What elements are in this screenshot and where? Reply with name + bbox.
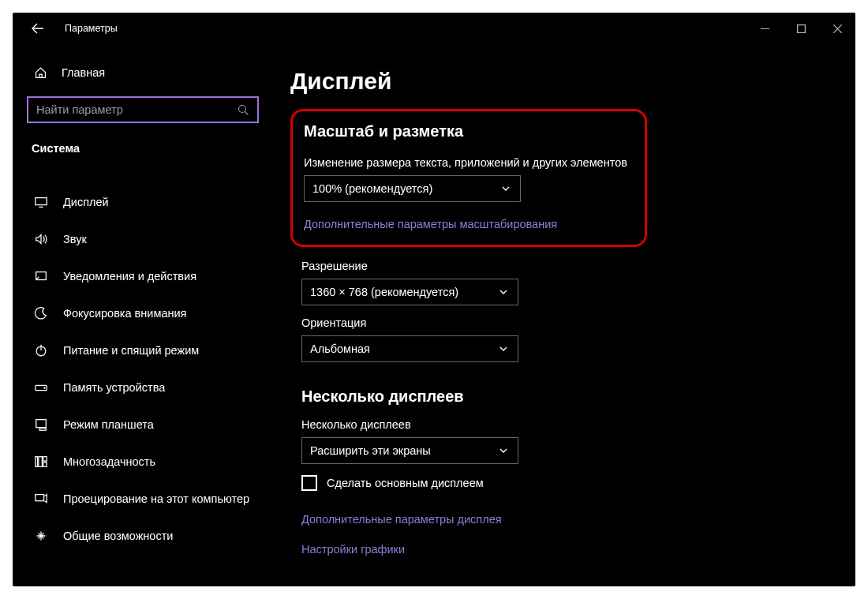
- multitask-icon: [33, 455, 49, 469]
- projection-icon: [33, 492, 49, 506]
- sidebar-item-shared[interactable]: Общие возможности: [27, 517, 259, 554]
- sidebar-item-label: Режим планшета: [63, 418, 154, 431]
- page-title: Дисплей: [290, 68, 832, 95]
- sidebar-item-storage[interactable]: Память устройства: [27, 369, 259, 406]
- sidebar-item-label: Память устройства: [63, 381, 165, 394]
- sidebar-item-label: Многозадачность: [63, 455, 155, 468]
- sidebar-item-sound[interactable]: Звук: [27, 220, 259, 257]
- svg-rect-8: [36, 197, 47, 204]
- sidebar: Главная Система Дисплей Звук: [13, 55, 273, 554]
- sidebar-item-notifications[interactable]: Уведомления и действия: [27, 257, 259, 294]
- multi-heading: Несколько дисплеев: [301, 387, 832, 406]
- chevron-down-icon: [501, 184, 512, 193]
- scale-heading: Масштаб и разметка: [304, 122, 632, 140]
- storage-icon: [33, 380, 49, 395]
- sidebar-item-label: Проецирование на этот компьютер: [63, 492, 249, 505]
- svg-rect-16: [39, 428, 46, 430]
- sidebar-item-focus[interactable]: Фокусировка внимания: [27, 294, 259, 331]
- sidebar-item-label: Общие возможности: [63, 530, 173, 542]
- checkbox-icon[interactable]: [301, 475, 317, 491]
- close-button[interactable]: [819, 13, 855, 44]
- resolution-label: Разрешение: [301, 260, 832, 272]
- sidebar-item-label: Уведомления и действия: [63, 270, 196, 283]
- resolution-block: Разрешение 1360 × 768 (рекомендуется) Ор…: [301, 260, 832, 556]
- svg-point-6: [239, 105, 246, 112]
- svg-rect-21: [36, 494, 44, 500]
- resolution-value: 1360 × 768 (рекомендуется): [310, 286, 458, 298]
- maximize-button[interactable]: [783, 13, 819, 44]
- chevron-down-icon: [499, 344, 510, 354]
- minimize-button[interactable]: [746, 13, 783, 44]
- main-content: Дисплей Масштаб и разметка Изменение раз…: [290, 68, 832, 556]
- shared-icon: [33, 529, 49, 543]
- multi-display-combobox[interactable]: Расширить эти экраны: [301, 437, 518, 464]
- svg-rect-18: [39, 456, 43, 466]
- tablet-icon: [33, 417, 49, 432]
- highlight-annotation: Масштаб и разметка Изменение размера тек…: [290, 109, 647, 247]
- search-box[interactable]: [27, 96, 259, 123]
- titlebar: Параметры: [13, 13, 855, 44]
- search-input[interactable]: [36, 103, 226, 116]
- graphics-settings-link[interactable]: Настройки графики: [301, 543, 832, 556]
- back-button[interactable]: [27, 17, 49, 39]
- scale-value: 100% (рекомендуется): [312, 182, 432, 195]
- svg-rect-5: [39, 74, 41, 77]
- notifications-icon: [33, 269, 49, 283]
- advanced-display-link[interactable]: Дополнительные параметры дисплея: [301, 513, 832, 526]
- multi-value: Расширить эти экраны: [310, 444, 431, 457]
- sidebar-item-power[interactable]: Питание и спящий режим: [27, 331, 259, 369]
- sidebar-item-display[interactable]: Дисплей: [27, 183, 259, 220]
- chevron-down-icon: [499, 287, 510, 297]
- power-icon: [33, 343, 49, 358]
- primary-display-checkbox-row[interactable]: Сделать основным дисплеем: [301, 475, 832, 491]
- sidebar-section-label: Система: [27, 142, 259, 155]
- svg-line-7: [245, 111, 249, 114]
- sidebar-item-label: Дисплей: [63, 196, 109, 208]
- sidebar-item-projection[interactable]: Проецирование на этот компьютер: [27, 480, 259, 517]
- chevron-down-icon: [499, 446, 510, 455]
- sidebar-item-label: Звук: [63, 233, 87, 245]
- home-nav[interactable]: Главная: [27, 55, 259, 90]
- search-icon: [238, 104, 249, 116]
- settings-window: Параметры Главная Система Дисплей: [13, 13, 855, 586]
- scale-combobox[interactable]: 100% (рекомендуется): [304, 175, 521, 202]
- window-title: Параметры: [65, 23, 118, 34]
- svg-rect-17: [36, 456, 38, 466]
- advanced-scale-link[interactable]: Дополнительные параметры масштабирования: [304, 218, 632, 230]
- checkbox-label: Сделать основным дисплеем: [327, 477, 484, 489]
- home-label: Главная: [62, 66, 105, 79]
- display-icon: [33, 195, 49, 209]
- resolution-combobox[interactable]: 1360 × 768 (рекомендуется): [301, 279, 518, 305]
- moon-icon: [33, 306, 49, 320]
- svg-rect-19: [43, 456, 47, 460]
- orientation-label: Ориентация: [301, 316, 832, 329]
- orientation-combobox[interactable]: Альбомная: [301, 335, 518, 362]
- home-icon: [33, 66, 47, 80]
- window-controls: [746, 13, 855, 44]
- svg-rect-20: [43, 462, 47, 466]
- svg-rect-15: [36, 419, 47, 427]
- svg-point-14: [44, 387, 45, 387]
- sidebar-item-multitask[interactable]: Многозадачность: [27, 443, 259, 480]
- sidebar-item-label: Питание и спящий режим: [63, 344, 199, 357]
- multi-label: Несколько дисплеев: [301, 418, 832, 431]
- sidebar-nav-list: Дисплей Звук Уведомления и действия Фоку…: [27, 183, 259, 554]
- sidebar-item-tablet[interactable]: Режим планшета: [27, 406, 259, 443]
- scale-label: Изменение размера текста, приложений и д…: [304, 156, 632, 169]
- svg-rect-1: [797, 24, 805, 32]
- sound-icon: [33, 232, 49, 246]
- orientation-value: Альбомная: [310, 343, 370, 355]
- sidebar-item-label: Фокусировка внимания: [63, 307, 186, 320]
